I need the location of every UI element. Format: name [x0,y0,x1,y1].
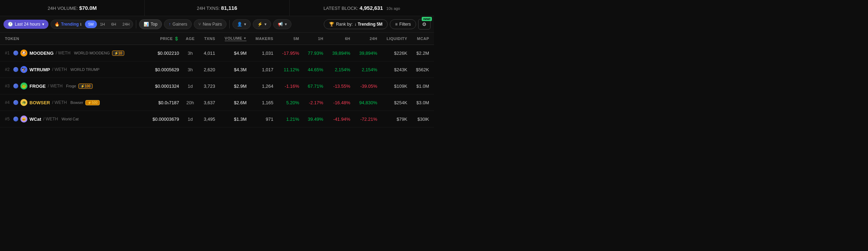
token-table: TOKEN PRICE 💲 AGE TXNS VOLUME ▼ MAKERS 5… [0,33,434,127]
mcap-cell-2: $1.0M [410,78,434,94]
h1-cell-1: 44.65% [302,61,326,78]
boost-dropdown-button[interactable]: ⚡ ▾ [253,19,271,29]
filters-button[interactable]: ≡ Filters [390,19,416,29]
new-pairs-button[interactable]: ⑂ New Pairs [194,19,226,29]
h24-cell-3: 94,830% [353,94,380,111]
col-makers: MAKERS [249,33,276,45]
volume-value: $70.0M [79,5,97,11]
liquidity-cell-2: $109K [380,78,410,94]
h6-cell-1: 2,154% [326,61,353,78]
makers-cell-3: 1,165 [249,94,276,111]
user-dropdown-button[interactable]: 👤 ▾ [232,19,251,29]
price-cell-0: $0.002210 [145,45,182,61]
new-pairs-label: New Pairs [203,22,222,27]
time-1h-button[interactable]: 1H [97,20,108,28]
time-6h-button[interactable]: 6H [108,20,119,28]
table-row[interactable]: #1 🐶 MOODENG / WETH WORLD MOODENG ⚡10 $0… [0,45,434,61]
fire-icon: 🔥 [54,22,60,27]
fork-icon: ⑂ [198,22,201,27]
time-24h-button[interactable]: 24H [119,20,133,28]
table-row[interactable]: #2 🦅 WTRUMP / WETH WORLD TRUMP $0.000562… [0,61,434,78]
makers-cell-4: 971 [249,111,276,127]
makers-cell-0: 1,031 [249,45,276,61]
liquidity-cell-4: $79K [380,111,410,127]
gainers-button[interactable]: ↑ Gainers [164,19,192,29]
arrow-up-icon: ↑ [169,22,171,27]
mcap-cell-4: $30lK [410,111,434,127]
m5-cell-2: -1.16% [276,78,302,94]
h6-cell-4: -41.94% [326,111,353,127]
alert-chevron: ▾ [285,22,287,27]
txns-cell-3: 3,637 [198,94,218,111]
chain-icon [13,100,18,105]
col-price: PRICE 💲 [145,33,182,45]
price-cell-2: $0.0001324 [145,78,182,94]
h1-cell-3: -2.17% [302,94,326,111]
col-5m: 5M [276,33,302,45]
rank-label: Rank by: [336,22,353,27]
token-avatar: 🐸 [20,82,27,90]
table-row[interactable]: #5 🐱 WCat / WETH World Cat $0.00003679 1… [0,111,434,127]
block-value: 4,952,631 [360,5,383,11]
time-range-button[interactable]: 🕐 Last 24 hours ▾ [4,20,48,29]
col-6h: 6H [326,33,353,45]
table-row[interactable]: #4 🐢 BOWSER / WETH Bowser ⚡500 $0.0₅7187… [0,94,434,111]
boost-chevron: ▾ [264,22,267,27]
m5-cell-4: 1.21% [276,111,302,127]
h6-cell-3: -16.48% [326,94,353,111]
makers-cell-2: 1,264 [249,78,276,94]
block-ago: 10s ago [386,6,400,11]
volume-cell-3: $2.6M [218,94,250,111]
chart-icon: 📊 [144,22,149,27]
age-cell-2: 1d [182,78,198,94]
mcap-cell-3: $3.0M [410,94,434,111]
age-cell-0: 3h [182,45,198,61]
user-chevron: ▾ [244,22,246,27]
liquidity-cell-3: $254K [380,94,410,111]
token-cell-1: #2 🦅 WTRUMP / WETH WORLD TRUMP [0,61,145,78]
h24-cell-0: 39,894% [353,45,380,61]
volume-cell-2: $2.9M [218,78,250,94]
toolbar-divider-1 [136,20,136,28]
h24-cell-4: -72.21% [353,111,380,127]
col-mcap: MCAP [410,33,434,45]
chain-icon [13,84,18,88]
token-cell-3: #4 🐢 BOWSER / WETH Bowser ⚡500 [0,94,145,111]
txns-label: 24H TXNS: [197,6,220,11]
filters-label: Filters [399,22,411,27]
table-row[interactable]: #3 🐸 FROGE / WETH Froge ⚡100 $0.0001324 … [0,78,434,94]
top-label: Top [151,22,157,27]
h1-cell-2: 67.71% [302,78,326,94]
token-avatar: 🐢 [20,99,27,106]
top-button[interactable]: 📊 Top [139,19,162,29]
txns-cell-4: 3,495 [198,111,218,127]
volume-cell-0: $4.9M [218,45,250,61]
new-badge: new! [422,17,432,21]
token-table-container: TOKEN PRICE 💲 AGE TXNS VOLUME ▼ MAKERS 5… [0,33,434,127]
time-5m-button[interactable]: 5M [85,20,97,28]
user-icon: 👤 [237,22,242,27]
alert-dropdown-button[interactable]: 📢 ▾ [273,19,291,29]
h24-cell-2: -39.05% [353,78,380,94]
txns-cell-2: 3,723 [198,78,218,94]
rank-by-button[interactable]: 🏆 Rank by: ↓ Trending 5M [324,19,388,29]
txns-cell-0: 4,011 [198,45,218,61]
chevron-down-icon: ▾ [42,22,44,27]
block-label: LATEST BLOCK: [323,6,358,11]
h24-cell-1: 2,154% [353,61,380,78]
age-cell-3: 20h [182,94,198,111]
liquidity-cell-1: $243K [380,61,410,78]
col-volume[interactable]: VOLUME ▼ [218,33,250,45]
makers-cell-1: 1,017 [249,61,276,78]
token-cell-0: #1 🐶 MOODENG / WETH WORLD MOODENG ⚡10 [0,45,145,61]
lightning-icon: ⚡ [257,22,263,27]
trending-label: Trending [61,22,79,27]
txns-cell-1: 2,620 [198,61,218,78]
filter-icon: ≡ [395,22,397,27]
settings-wrapper: ⚙ new! [418,19,430,29]
col-age: AGE [182,33,198,45]
h6-cell-2: -13.55% [326,78,353,94]
h1-cell-0: 77.93% [302,45,326,61]
volume-stat: 24H VOLUME: $70.0M [0,0,145,16]
clock-icon: 🕐 [8,22,13,27]
